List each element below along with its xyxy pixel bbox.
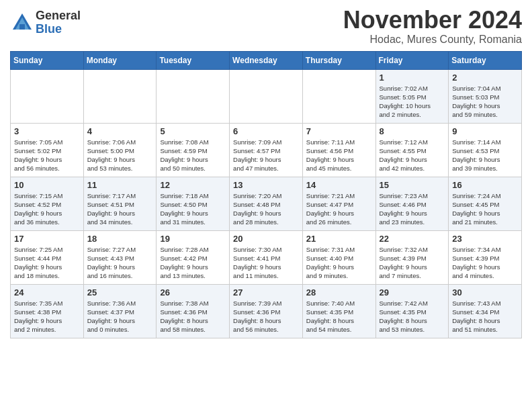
calendar-week-row: 1Sunrise: 7:02 AM Sunset: 5:05 PM Daylig… xyxy=(11,69,522,123)
calendar-day-cell: 1Sunrise: 7:02 AM Sunset: 5:05 PM Daylig… xyxy=(375,69,449,123)
calendar-day-cell: 9Sunrise: 7:14 AM Sunset: 4:53 PM Daylig… xyxy=(449,123,522,177)
day-info: Sunrise: 7:14 AM Sunset: 4:53 PM Dayligh… xyxy=(452,138,518,173)
day-number: 23 xyxy=(452,234,518,244)
calendar-day-cell: 18Sunrise: 7:27 AM Sunset: 4:43 PM Dayli… xyxy=(83,230,157,284)
calendar-day-cell: 13Sunrise: 7:20 AM Sunset: 4:48 PM Dayli… xyxy=(230,177,303,230)
calendar-day-cell: 11Sunrise: 7:17 AM Sunset: 4:51 PM Dayli… xyxy=(83,177,157,230)
day-number: 1 xyxy=(380,73,445,83)
day-number: 28 xyxy=(306,287,372,298)
day-number: 6 xyxy=(233,126,299,136)
day-number: 16 xyxy=(452,180,518,190)
day-number: 30 xyxy=(452,287,518,298)
day-number: 18 xyxy=(87,234,153,244)
calendar-day-cell xyxy=(157,69,230,123)
day-info: Sunrise: 7:39 AM Sunset: 4:36 PM Dayligh… xyxy=(233,299,299,334)
calendar-day-cell: 15Sunrise: 7:23 AM Sunset: 4:46 PM Dayli… xyxy=(375,177,449,230)
calendar-day-cell: 28Sunrise: 7:40 AM Sunset: 4:35 PM Dayli… xyxy=(302,284,375,338)
day-info: Sunrise: 7:43 AM Sunset: 4:34 PM Dayligh… xyxy=(452,299,518,334)
day-of-week-header: Monday xyxy=(83,51,157,69)
day-info: Sunrise: 7:31 AM Sunset: 4:40 PM Dayligh… xyxy=(306,245,372,281)
calendar-day-cell: 12Sunrise: 7:18 AM Sunset: 4:50 PM Dayli… xyxy=(157,177,230,230)
calendar-day-cell: 20Sunrise: 7:30 AM Sunset: 4:41 PM Dayli… xyxy=(230,230,303,284)
day-of-week-header: Saturday xyxy=(449,51,522,69)
day-info: Sunrise: 7:30 AM Sunset: 4:41 PM Dayligh… xyxy=(233,245,299,281)
calendar-day-cell: 8Sunrise: 7:12 AM Sunset: 4:55 PM Daylig… xyxy=(375,123,449,177)
day-number: 8 xyxy=(380,126,445,136)
day-info: Sunrise: 7:25 AM Sunset: 4:44 PM Dayligh… xyxy=(14,245,80,281)
logo-icon xyxy=(10,11,34,35)
day-number: 14 xyxy=(306,180,372,190)
calendar-header-row: SundayMondayTuesdayWednesdayThursdayFrid… xyxy=(11,51,522,69)
day-number: 21 xyxy=(306,234,372,244)
day-info: Sunrise: 7:38 AM Sunset: 4:36 PM Dayligh… xyxy=(160,299,226,334)
day-number: 3 xyxy=(14,126,80,136)
calendar-week-row: 3Sunrise: 7:05 AM Sunset: 5:02 PM Daylig… xyxy=(11,123,522,177)
calendar-day-cell: 10Sunrise: 7:15 AM Sunset: 4:52 PM Dayli… xyxy=(11,177,84,230)
calendar-day-cell: 27Sunrise: 7:39 AM Sunset: 4:36 PM Dayli… xyxy=(230,284,303,338)
day-number: 24 xyxy=(14,287,80,298)
calendar-day-cell: 17Sunrise: 7:25 AM Sunset: 4:44 PM Dayli… xyxy=(11,230,84,284)
day-number: 26 xyxy=(160,287,226,298)
calendar-day-cell: 30Sunrise: 7:43 AM Sunset: 4:34 PM Dayli… xyxy=(449,284,522,338)
day-info: Sunrise: 7:17 AM Sunset: 4:51 PM Dayligh… xyxy=(87,191,153,227)
day-number: 25 xyxy=(87,287,153,298)
calendar-day-cell: 29Sunrise: 7:42 AM Sunset: 4:35 PM Dayli… xyxy=(375,284,449,338)
day-info: Sunrise: 7:42 AM Sunset: 4:35 PM Dayligh… xyxy=(380,299,445,334)
calendar-day-cell: 4Sunrise: 7:06 AM Sunset: 5:00 PM Daylig… xyxy=(83,123,157,177)
day-info: Sunrise: 7:11 AM Sunset: 4:56 PM Dayligh… xyxy=(306,138,372,173)
day-number: 15 xyxy=(380,180,445,190)
day-number: 13 xyxy=(233,180,299,190)
month-title: November 2024 xyxy=(343,7,522,34)
calendar-week-row: 24Sunrise: 7:35 AM Sunset: 4:38 PM Dayli… xyxy=(11,284,522,338)
location-title: Hodac, Mures County, Romania xyxy=(343,34,522,46)
day-of-week-header: Sunday xyxy=(11,51,84,69)
calendar-day-cell: 25Sunrise: 7:36 AM Sunset: 4:37 PM Dayli… xyxy=(83,284,157,338)
day-info: Sunrise: 7:04 AM Sunset: 5:03 PM Dayligh… xyxy=(452,84,518,120)
day-number: 7 xyxy=(306,126,372,136)
day-info: Sunrise: 7:32 AM Sunset: 4:39 PM Dayligh… xyxy=(380,245,445,281)
day-of-week-header: Tuesday xyxy=(157,51,230,69)
calendar-day-cell xyxy=(83,69,157,123)
day-number: 20 xyxy=(233,234,299,244)
calendar-day-cell: 2Sunrise: 7:04 AM Sunset: 5:03 PM Daylig… xyxy=(449,69,522,123)
day-info: Sunrise: 7:35 AM Sunset: 4:38 PM Dayligh… xyxy=(14,299,80,334)
calendar-day-cell: 21Sunrise: 7:31 AM Sunset: 4:40 PM Dayli… xyxy=(302,230,375,284)
day-number: 12 xyxy=(160,180,226,190)
day-info: Sunrise: 7:08 AM Sunset: 4:59 PM Dayligh… xyxy=(160,138,226,173)
title-area: November 2024 Hodac, Mures County, Roman… xyxy=(343,7,522,46)
header: General Blue November 2024 Hodac, Mures … xyxy=(10,7,522,46)
calendar-day-cell: 5Sunrise: 7:08 AM Sunset: 4:59 PM Daylig… xyxy=(157,123,230,177)
day-info: Sunrise: 7:05 AM Sunset: 5:02 PM Dayligh… xyxy=(14,138,80,173)
day-number: 10 xyxy=(14,180,80,190)
calendar-day-cell: 23Sunrise: 7:34 AM Sunset: 4:39 PM Dayli… xyxy=(449,230,522,284)
day-info: Sunrise: 7:06 AM Sunset: 5:00 PM Dayligh… xyxy=(87,138,153,173)
day-info: Sunrise: 7:23 AM Sunset: 4:46 PM Dayligh… xyxy=(380,191,445,227)
day-number: 9 xyxy=(452,126,518,136)
calendar-day-cell xyxy=(230,69,303,123)
day-info: Sunrise: 7:24 AM Sunset: 4:45 PM Dayligh… xyxy=(452,191,518,227)
day-number: 2 xyxy=(452,73,518,83)
day-number: 19 xyxy=(160,234,226,244)
calendar-day-cell: 24Sunrise: 7:35 AM Sunset: 4:38 PM Dayli… xyxy=(11,284,84,338)
calendar-body: 1Sunrise: 7:02 AM Sunset: 5:05 PM Daylig… xyxy=(11,69,522,338)
day-info: Sunrise: 7:28 AM Sunset: 4:42 PM Dayligh… xyxy=(160,245,226,281)
logo-blue-text: Blue xyxy=(36,23,81,36)
calendar-day-cell: 7Sunrise: 7:11 AM Sunset: 4:56 PM Daylig… xyxy=(302,123,375,177)
day-info: Sunrise: 7:21 AM Sunset: 4:47 PM Dayligh… xyxy=(306,191,372,227)
day-of-week-header: Wednesday xyxy=(230,51,303,69)
calendar-day-cell xyxy=(302,69,375,123)
calendar-week-row: 10Sunrise: 7:15 AM Sunset: 4:52 PM Dayli… xyxy=(11,177,522,230)
day-info: Sunrise: 7:36 AM Sunset: 4:37 PM Dayligh… xyxy=(87,299,153,334)
day-number: 22 xyxy=(380,234,445,244)
day-info: Sunrise: 7:40 AM Sunset: 4:35 PM Dayligh… xyxy=(306,299,372,334)
calendar-day-cell: 16Sunrise: 7:24 AM Sunset: 4:45 PM Dayli… xyxy=(449,177,522,230)
day-info: Sunrise: 7:02 AM Sunset: 5:05 PM Dayligh… xyxy=(380,84,445,120)
logo-general-text: General xyxy=(36,9,81,23)
day-number: 11 xyxy=(87,180,153,190)
day-info: Sunrise: 7:12 AM Sunset: 4:55 PM Dayligh… xyxy=(380,138,445,173)
calendar-day-cell: 22Sunrise: 7:32 AM Sunset: 4:39 PM Dayli… xyxy=(375,230,449,284)
day-info: Sunrise: 7:20 AM Sunset: 4:48 PM Dayligh… xyxy=(233,191,299,227)
day-number: 4 xyxy=(87,126,153,136)
calendar-day-cell: 6Sunrise: 7:09 AM Sunset: 4:57 PM Daylig… xyxy=(230,123,303,177)
day-number: 27 xyxy=(233,287,299,298)
